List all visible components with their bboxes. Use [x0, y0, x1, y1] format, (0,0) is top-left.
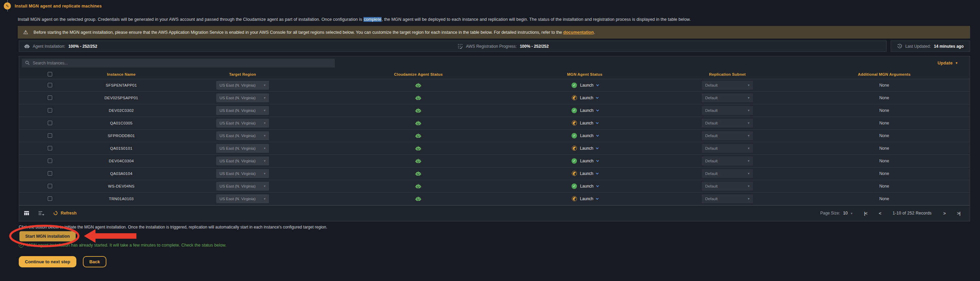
cloudamize-agent-healthy-icon [415, 83, 421, 88]
row-checkbox[interactable] [48, 159, 52, 163]
mgn-arguments-value: None [880, 184, 889, 189]
replication-subnet-select[interactable]: Default ▾ [702, 157, 753, 165]
mgn-status-icon: ✓ [571, 133, 577, 138]
launch-chevron-down-icon[interactable] [596, 159, 599, 162]
select-all-checkbox[interactable] [48, 72, 52, 76]
target-region-select[interactable]: US East (N. Virginia) ▾ [216, 169, 269, 178]
replication-subnet-select[interactable]: Default ▾ [702, 119, 753, 127]
aws-registration-value: 100% - 252/252 [520, 44, 549, 49]
chevron-down-icon: ▾ [264, 83, 266, 87]
table-row: QA01S0101 US East (N. Virginia) ▾ Launch… [19, 142, 970, 155]
launch-chevron-down-icon[interactable] [596, 197, 598, 200]
last-updated-box: Last Updated: 14 minutes ago [891, 41, 970, 52]
continue-button[interactable]: Continue to next step [19, 256, 76, 267]
replication-subnet-select[interactable]: Default ▾ [702, 182, 753, 191]
chevron-down-icon: ▾ [748, 171, 749, 175]
aws-registration-label: AWS Registration Progress: [466, 44, 517, 49]
row-checkbox[interactable] [48, 197, 52, 201]
launch-chevron-down-icon[interactable] [596, 134, 599, 137]
agent-robot-icon [24, 44, 30, 49]
launch-chevron-down-icon[interactable] [596, 146, 598, 149]
launch-chevron-down-icon[interactable] [596, 96, 598, 98]
highlighted-word: complete [363, 17, 382, 22]
cloudamize-agent-healthy-icon [415, 133, 421, 138]
replication-subnet-select[interactable]: Default ▾ [702, 81, 753, 90]
page-size-select[interactable]: Page Size: 10 ▾ [820, 211, 852, 216]
table-row: TRN01A0103 US East (N. Virginia) ▾ Launc… [19, 193, 970, 205]
search-input[interactable] [33, 61, 331, 65]
launch-button[interactable]: Launch [580, 95, 593, 100]
launch-button[interactable]: Launch [580, 146, 593, 151]
replication-subnet-select[interactable]: Default ▾ [702, 144, 753, 153]
mgn-status-icon: ✓ [571, 158, 577, 164]
replication-subnet-select[interactable]: Default ▾ [702, 131, 753, 140]
refresh-icon [53, 211, 58, 216]
prev-page-button[interactable]: < [879, 211, 881, 216]
chevron-down-icon: ▾ [264, 121, 266, 125]
step-header: ✎ Install MGN agent and replicate machin… [4, 2, 102, 10]
launch-chevron-down-icon[interactable] [596, 184, 599, 187]
refresh-button[interactable]: Refresh [53, 211, 77, 216]
target-region-select[interactable]: US East (N. Virginia) ▾ [216, 194, 269, 203]
launch-button[interactable]: Launch [580, 121, 593, 125]
row-checkbox[interactable] [48, 83, 52, 87]
launch-chevron-down-icon[interactable] [596, 171, 598, 174]
row-checkbox[interactable] [48, 184, 52, 188]
launch-chevron-down-icon[interactable] [596, 121, 598, 124]
export-list-icon[interactable] [38, 211, 45, 216]
mgn-status-icon: ✓ [571, 184, 577, 189]
next-page-button[interactable]: > [943, 211, 945, 216]
bottom-actions: Continue to next step Back [19, 256, 107, 267]
first-page-button[interactable]: |< [864, 211, 867, 216]
target-region-select[interactable]: US East (N. Virginia) ▾ [216, 106, 269, 115]
search-box[interactable] [22, 59, 335, 68]
row-checkbox[interactable] [48, 121, 52, 125]
header-mgn-agent-status: MGN Agent Status [514, 72, 656, 76]
launch-button[interactable]: Launch [580, 197, 593, 201]
launch-button[interactable]: Launch [580, 133, 593, 138]
last-updated-label: Last Updated: [905, 44, 931, 49]
target-region-select[interactable]: US East (N. Virginia) ▾ [216, 81, 269, 90]
row-checkbox[interactable] [48, 171, 52, 176]
mgn-arguments-value: None [880, 133, 889, 138]
mgn-arguments-value: None [880, 121, 889, 125]
launch-button[interactable]: Launch [580, 159, 593, 164]
launch-chevron-down-icon[interactable] [596, 108, 599, 111]
target-region-select[interactable]: US East (N. Virginia) ▾ [216, 119, 269, 127]
replication-subnet-select[interactable]: Default ▾ [702, 169, 753, 178]
update-button[interactable]: Update ▾ [938, 61, 958, 65]
start-mgn-installation-button[interactable]: Start MGN installation [19, 231, 76, 241]
replication-subnet-select[interactable]: Default ▾ [702, 194, 753, 203]
instance-name: SFSPENTAPP01 [106, 83, 137, 87]
columns-icon[interactable] [24, 211, 29, 216]
launch-button[interactable]: Launch [580, 108, 593, 113]
cloudamize-agent-healthy-icon [415, 146, 421, 151]
back-button[interactable]: Back [83, 256, 107, 267]
target-region-select[interactable]: US East (N. Virginia) ▾ [216, 144, 269, 153]
progress-box: Agent Installation: 100% - 252/252 AWS R… [19, 41, 886, 52]
target-region-select[interactable]: US East (N. Virginia) ▾ [216, 182, 269, 191]
row-checkbox[interactable] [48, 146, 52, 151]
last-page-button[interactable]: >| [957, 211, 960, 216]
mgn-arguments-value: None [880, 108, 889, 113]
replication-subnet-select[interactable]: Default ▾ [702, 106, 753, 115]
page-size-label: Page Size: [820, 211, 840, 216]
chevron-down-icon: ▾ [748, 146, 749, 150]
launch-button[interactable]: Launch [580, 184, 593, 189]
documentation-link[interactable]: documentation [563, 30, 594, 35]
target-region-select[interactable]: US East (N. Virginia) ▾ [216, 157, 269, 165]
step-description: Install MGN agent on the selected group.… [18, 17, 691, 22]
launch-chevron-down-icon[interactable] [596, 83, 599, 86]
row-checkbox[interactable] [48, 95, 52, 100]
chevron-down-icon: ▾ [851, 211, 853, 215]
row-checkbox[interactable] [48, 133, 52, 138]
launch-button[interactable]: Launch [580, 171, 593, 176]
agent-installation-label: Agent Installation: [33, 44, 65, 49]
target-region-select[interactable]: US East (N. Virginia) ▾ [216, 94, 269, 102]
chevron-down-icon: ▾ [264, 197, 266, 200]
row-checkbox[interactable] [48, 108, 52, 113]
replication-subnet-select[interactable]: Default ▾ [702, 94, 753, 102]
launch-button[interactable]: Launch [580, 83, 593, 87]
cloudamize-agent-healthy-icon [415, 196, 421, 202]
target-region-select[interactable]: US East (N. Virginia) ▾ [216, 131, 269, 140]
